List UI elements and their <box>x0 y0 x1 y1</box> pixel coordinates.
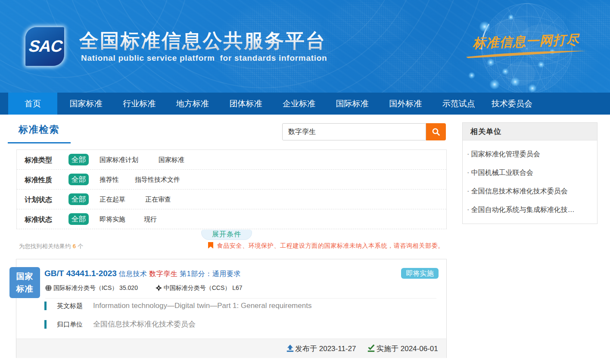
svg-text:SAC: SAC <box>27 37 64 55</box>
